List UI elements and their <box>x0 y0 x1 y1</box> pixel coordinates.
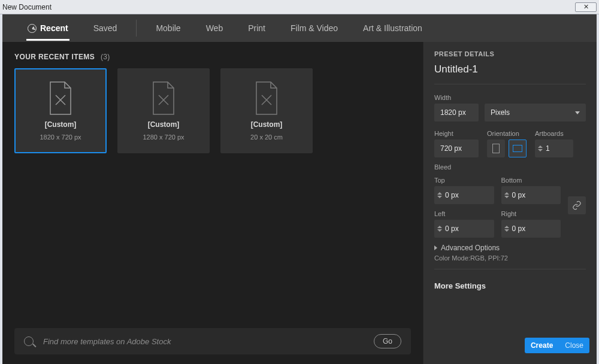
recent-heading: YOUR RECENT ITEMS (3) <box>14 53 411 61</box>
tab-saved[interactable]: Saved <box>92 16 119 40</box>
recent-item-1[interactable]: [Custom] 1820 x 720 px <box>14 68 107 153</box>
recent-item-3[interactable]: [Custom] 20 x 20 cm <box>220 68 313 153</box>
orientation-landscape-button[interactable] <box>509 139 527 157</box>
height-input[interactable]: 720 px <box>434 139 479 157</box>
document-icon <box>253 81 280 116</box>
go-button[interactable]: Go <box>374 334 401 348</box>
close-button[interactable]: Close <box>565 341 583 350</box>
create-button[interactable]: Create <box>531 341 553 350</box>
bleed-bottom-label: Bottom <box>501 177 561 184</box>
chevron-down-icon <box>538 149 543 151</box>
artboards-stepper[interactable]: 1 <box>535 139 573 157</box>
document-icon <box>47 81 74 116</box>
bleed-label: Bleed <box>434 163 586 171</box>
tab-separator <box>136 20 137 37</box>
window-close-button[interactable]: ✕ <box>575 2 597 12</box>
bleed-left-label: Left <box>434 210 494 217</box>
search-placeholder: Find more templates on Adobe Stock <box>43 337 364 346</box>
clock-icon <box>28 24 37 33</box>
width-label: Width <box>434 94 586 101</box>
recent-item-2[interactable]: [Custom] 1280 x 720 px <box>117 68 210 153</box>
chevron-up-icon <box>538 145 543 148</box>
units-select[interactable]: Pixels <box>485 104 586 122</box>
bleed-top-label: Top <box>434 177 494 184</box>
tab-film-video[interactable]: Film & Video <box>289 16 339 40</box>
tab-web[interactable]: Web <box>205 16 225 40</box>
bleed-right-label: Right <box>501 210 561 217</box>
landscape-icon <box>513 145 522 152</box>
preset-name-input[interactable]: Untitled-1 <box>434 63 586 81</box>
preset-details-title: PRESET DETAILS <box>434 50 586 57</box>
tab-print[interactable]: Print <box>247 16 267 40</box>
advanced-options-toggle[interactable]: Advanced Options <box>434 244 586 252</box>
bleed-top-input[interactable]: 0 px <box>434 186 494 204</box>
tab-mobile[interactable]: Mobile <box>155 16 181 40</box>
tab-art-illustration[interactable]: Art & Illustration <box>362 16 423 40</box>
more-settings-button[interactable]: More Settings <box>434 281 586 290</box>
chevron-right-icon <box>434 245 437 250</box>
window-title: New Document <box>2 3 52 11</box>
orientation-portrait-button[interactable] <box>487 139 505 157</box>
chevron-down-icon <box>575 111 580 114</box>
artboards-label: Artboards <box>535 130 573 137</box>
color-mode-summary: Color Mode:RGB, PPI:72 <box>434 254 586 262</box>
document-icon <box>150 81 177 116</box>
preset-details-panel: PRESET DETAILS Untitled-1 Width 1820 px … <box>423 42 597 364</box>
titlebar: New Document ✕ <box>0 0 599 14</box>
tab-recent[interactable]: Recent <box>26 16 69 40</box>
search-icon <box>24 336 34 346</box>
width-input[interactable]: 1820 px <box>434 104 479 122</box>
height-label: Height <box>434 130 479 137</box>
bleed-left-input[interactable]: 0 px <box>434 220 494 238</box>
footer-buttons: Create Close <box>525 338 589 353</box>
bleed-bottom-input[interactable]: 0 px <box>501 186 561 204</box>
bleed-link-button[interactable] <box>568 196 586 214</box>
portrait-icon <box>492 144 500 153</box>
link-icon <box>572 201 582 210</box>
category-tabs: Recent Saved Mobile Web Print Film & Vid… <box>2 14 597 42</box>
orientation-label: Orientation <box>487 130 527 137</box>
recent-pane: YOUR RECENT ITEMS (3) [Custom] 1820 x 72… <box>2 42 423 364</box>
stock-search[interactable]: Find more templates on Adobe Stock Go <box>14 328 411 354</box>
bleed-right-input[interactable]: 0 px <box>501 220 561 238</box>
